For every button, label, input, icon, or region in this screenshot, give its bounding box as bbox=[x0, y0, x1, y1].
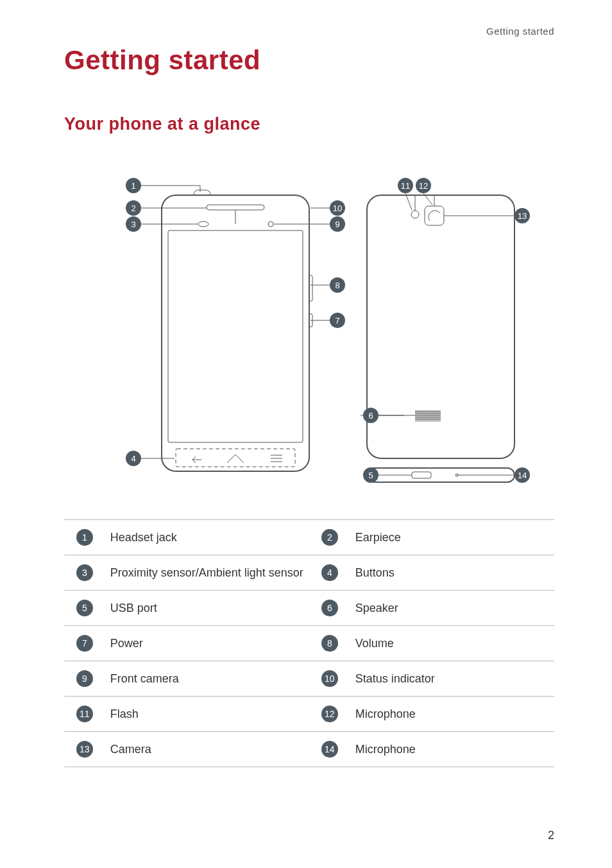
part-label: USB port bbox=[105, 591, 309, 626]
svg-text:3: 3 bbox=[131, 220, 135, 229]
svg-text:11: 11 bbox=[401, 181, 410, 191]
svg-rect-2 bbox=[207, 205, 264, 210]
svg-text:7: 7 bbox=[335, 316, 339, 326]
part-badge: 14 bbox=[321, 741, 338, 758]
svg-text:9: 9 bbox=[335, 220, 339, 229]
table-row: 5USB port6Speaker bbox=[64, 591, 554, 626]
svg-rect-24 bbox=[412, 472, 431, 478]
part-label: Volume bbox=[350, 626, 554, 661]
parts-legend-table: 1Headset jack2Earpiece3Proximity sensor/… bbox=[64, 519, 554, 767]
section-title: Your phone at a glance bbox=[64, 114, 554, 134]
part-badge: 7 bbox=[76, 635, 93, 652]
svg-rect-1 bbox=[168, 230, 303, 442]
svg-text:5: 5 bbox=[368, 471, 373, 480]
svg-point-4 bbox=[198, 221, 208, 227]
part-label: Camera bbox=[105, 732, 309, 767]
table-row: 9Front camera10Status indicator bbox=[64, 661, 554, 697]
part-label: Front camera bbox=[105, 661, 309, 697]
svg-text:14: 14 bbox=[518, 471, 527, 480]
svg-text:1: 1 bbox=[131, 181, 135, 191]
part-label: Buttons bbox=[350, 555, 554, 591]
svg-point-13 bbox=[411, 211, 419, 218]
part-label: Earpiece bbox=[350, 520, 554, 555]
part-badge: 12 bbox=[321, 706, 338, 722]
header-section: Getting started bbox=[486, 26, 554, 37]
page-title: Getting started bbox=[64, 45, 554, 76]
svg-text:2: 2 bbox=[131, 204, 135, 213]
part-badge: 5 bbox=[76, 600, 93, 616]
part-badge: 13 bbox=[76, 741, 93, 758]
svg-text:13: 13 bbox=[518, 211, 527, 221]
part-label: Status indicator bbox=[350, 661, 554, 697]
part-label: Headset jack bbox=[105, 520, 309, 555]
part-label: Power bbox=[105, 626, 309, 661]
part-badge: 6 bbox=[321, 600, 338, 616]
part-label: Microphone bbox=[350, 732, 554, 767]
svg-text:8: 8 bbox=[335, 281, 339, 290]
table-row: 1Headset jack2Earpiece bbox=[64, 520, 554, 555]
part-badge: 3 bbox=[76, 564, 93, 581]
phone-diagram: .outline{fill:none;stroke:#555;stroke-wi… bbox=[64, 160, 554, 494]
svg-rect-16 bbox=[425, 206, 444, 225]
svg-point-5 bbox=[268, 221, 273, 227]
svg-rect-17 bbox=[415, 410, 441, 422]
svg-text:10: 10 bbox=[333, 204, 342, 213]
table-row: 11Flash12Microphone bbox=[64, 697, 554, 732]
svg-text:4: 4 bbox=[131, 454, 135, 464]
svg-rect-6 bbox=[176, 449, 295, 467]
part-badge: 10 bbox=[321, 670, 338, 687]
part-label: Proximity sensor/Ambient light sensor bbox=[105, 555, 309, 591]
part-badge: 11 bbox=[76, 706, 93, 722]
table-row: 7Power8Volume bbox=[64, 626, 554, 661]
part-badge: 9 bbox=[76, 670, 93, 687]
part-badge: 2 bbox=[321, 529, 338, 546]
svg-text:6: 6 bbox=[368, 411, 373, 421]
svg-text:12: 12 bbox=[419, 181, 428, 191]
table-row: 3Proximity sensor/Ambient light sensor4B… bbox=[64, 555, 554, 591]
part-badge: 1 bbox=[76, 529, 93, 546]
part-label: Microphone bbox=[350, 697, 554, 732]
svg-rect-0 bbox=[162, 195, 309, 471]
part-badge: 8 bbox=[321, 635, 338, 652]
part-label: Flash bbox=[105, 697, 309, 732]
page-number: 2 bbox=[548, 829, 554, 842]
table-row: 13Camera14Microphone bbox=[64, 732, 554, 767]
part-label: Speaker bbox=[350, 591, 554, 626]
part-badge: 4 bbox=[321, 564, 338, 581]
